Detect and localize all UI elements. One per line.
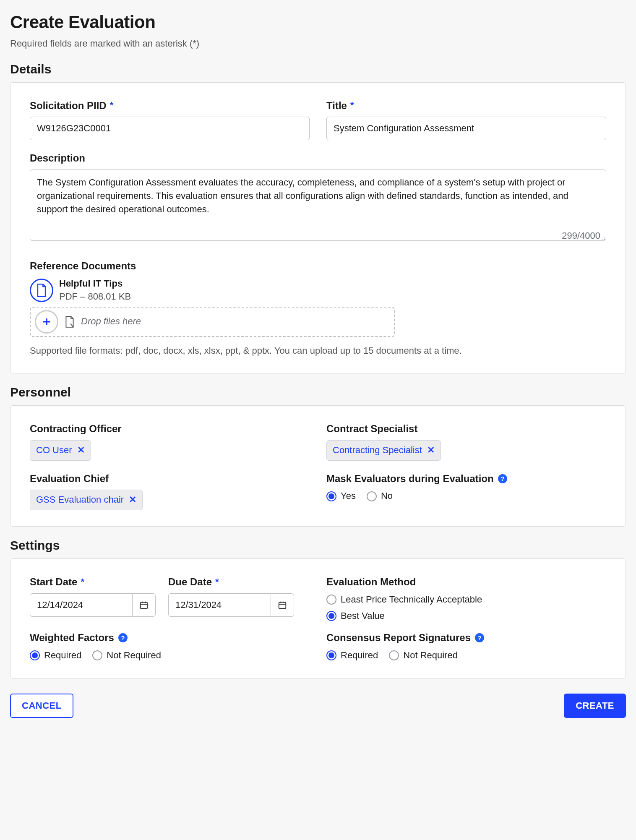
reference-document-item[interactable]: Helpful IT Tips PDF – 808.01 KB (30, 277, 606, 303)
remove-icon[interactable]: ✕ (77, 444, 85, 457)
due-date-label: Due Date* (168, 575, 294, 589)
mask-no-radio[interactable]: No (367, 490, 393, 503)
evaluation-chief-label: Evaluation Chief (30, 472, 310, 486)
title-label: Title* (326, 99, 606, 113)
contract-specialist-label: Contract Specialist (326, 422, 606, 436)
details-card: Solicitation PIID* Title* Description Th… (10, 82, 626, 374)
file-dropzone[interactable]: + Drop files here (30, 307, 395, 337)
cancel-button[interactable]: CANCEL (10, 694, 73, 718)
mask-evaluators-label: Mask Evaluators during Evaluation ? (326, 472, 606, 486)
consensus-signatures-label: Consensus Report Signatures ? (326, 631, 606, 645)
required-note: Required fields are marked with an aster… (10, 37, 626, 50)
title-input[interactable] (326, 117, 606, 140)
add-file-button[interactable]: + (35, 310, 58, 334)
svg-rect-1 (279, 602, 286, 608)
method-best-value-radio[interactable]: Best Value (326, 610, 606, 623)
section-personnel-title: Personnel (10, 383, 626, 401)
method-lpta-radio[interactable]: Least Price Technically Acceptable (326, 593, 606, 606)
piid-input[interactable] (30, 117, 310, 140)
start-date-input[interactable] (30, 593, 132, 617)
contracting-officer-chip[interactable]: CO User ✕ (30, 440, 91, 461)
help-icon[interactable]: ? (498, 474, 507, 483)
section-details-title: Details (10, 60, 626, 78)
settings-card: Start Date* (10, 558, 626, 678)
section-settings-title: Settings (10, 537, 626, 554)
reference-documents-label: Reference Documents (30, 259, 606, 273)
contract-specialist-chip[interactable]: Contracting Specialist ✕ (326, 440, 441, 461)
document-meta: PDF – 808.01 KB (59, 290, 131, 303)
upload-hint: Supported file formats: pdf, doc, docx, … (30, 344, 606, 357)
evaluation-chief-chip[interactable]: GSS Evaluation chair ✕ (30, 490, 143, 510)
due-date-input[interactable] (168, 593, 271, 617)
signatures-not-required-radio[interactable]: Not Required (389, 649, 458, 662)
required-star: * (350, 99, 354, 112)
start-date-label: Start Date* (30, 575, 156, 589)
calendar-icon (278, 600, 287, 610)
required-star: * (110, 99, 114, 112)
document-icon (30, 279, 53, 302)
weighted-not-required-radio[interactable]: Not Required (92, 649, 161, 662)
remove-icon[interactable]: ✕ (129, 493, 136, 506)
help-icon[interactable]: ? (475, 633, 484, 642)
required-star: * (215, 576, 219, 589)
page-title: Create Evaluation (10, 10, 626, 35)
description-label: Description (30, 151, 606, 165)
description-textarea[interactable]: The System Configuration Assessment eval… (30, 170, 606, 241)
personnel-card: Contracting Officer CO User ✕ Contract S… (10, 405, 626, 527)
dropzone-text: Drop files here (81, 315, 141, 328)
start-date-picker-button[interactable] (132, 593, 156, 617)
file-drop-icon (64, 316, 75, 328)
mask-yes-radio[interactable]: Yes (326, 490, 356, 503)
piid-label: Solicitation PIID* (30, 99, 310, 113)
calendar-icon (139, 600, 149, 610)
evaluation-method-label: Evaluation Method (326, 575, 606, 589)
create-button[interactable]: CREATE (564, 694, 626, 718)
due-date-picker-button[interactable] (271, 593, 294, 617)
contracting-officer-label: Contracting Officer (30, 422, 310, 436)
required-star: * (81, 576, 84, 589)
weighted-factors-label: Weighted Factors ? (30, 631, 310, 645)
remove-icon[interactable]: ✕ (427, 444, 435, 457)
document-name: Helpful IT Tips (59, 277, 131, 290)
weighted-required-radio[interactable]: Required (30, 649, 81, 662)
svg-rect-0 (141, 602, 148, 608)
signatures-required-radio[interactable]: Required (326, 649, 378, 662)
help-icon[interactable]: ? (118, 633, 128, 642)
